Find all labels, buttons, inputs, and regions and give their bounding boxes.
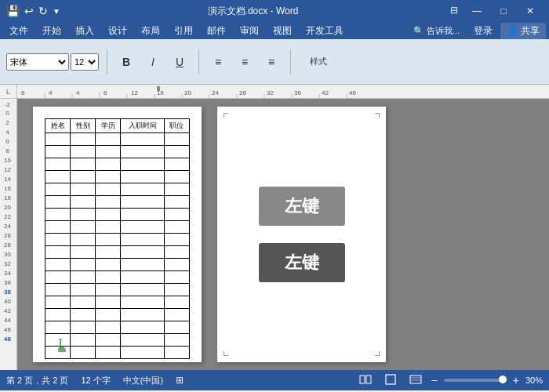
ruler-svg: 8 4 4 8 12 16 20 24 28 32 36 [17,85,549,99]
title-bar-left: 💾 ↩ ↻ ▼ [6,5,60,17]
vruler-mark: 48 [0,334,16,343]
table-row [45,284,190,296]
menu-references[interactable]: 引用 [168,23,199,39]
leftkey-area: 左键 左键 [259,179,345,290]
table-row [45,183,190,196]
zoom-level: 30% [525,376,543,385]
page-view-btn[interactable] [381,372,400,389]
vruler-mark: 12 [0,165,16,174]
table-row [45,259,190,271]
menu-review[interactable]: 审阅 [234,23,265,39]
vertical-ruler[interactable]: -2 0 2 4 6 8 10 12 14 16 18 20 22 24 26 … [0,99,17,370]
font-size-select[interactable]: 12 [71,53,99,71]
svg-text:32: 32 [267,89,274,96]
title-bar-controls: ⊟ — □ ✕ [445,3,543,19]
person-icon: 👤 [507,25,518,36]
svg-rect-29 [366,376,371,383]
toolbar-sep-3 [290,49,291,74]
menu-dev[interactable]: 开发工具 [300,23,350,39]
document-table: 姓名 性别 学历 入职时间 职位 [45,118,190,359]
svg-text:24: 24 [212,89,219,96]
vruler-mark: 46 [0,325,16,334]
align-right-button[interactable]: ≡ [260,51,282,73]
toolbar: 宋体 12 B I U ≡ ≡ ≡ 样式 [0,39,549,85]
page-1: 姓名 性别 学历 入职时间 职位 [33,107,202,362]
page-view-icon [384,374,397,385]
zoom-plus[interactable]: + [513,374,519,387]
menu-layout[interactable]: 布局 [135,23,166,39]
table-header-position: 职位 [164,119,189,133]
minimize-button[interactable]: — [464,3,489,19]
underline-button[interactable]: U [169,51,191,73]
title-center: 演示文档.docx - Word [60,5,445,18]
table-row [45,158,190,171]
menu-file[interactable]: 文件 [3,23,35,39]
menu-mail[interactable]: 邮件 [201,23,232,39]
zoom-minus[interactable]: − [431,374,438,387]
align-center-button[interactable]: ≡ [234,51,256,73]
status-bar: 第 2 页，共 2 页 12 个字 中文(中国) ⊞ − + 30% [0,370,549,390]
cursor-svg: I [55,335,69,352]
print-view-btn[interactable] [356,372,375,389]
table-row [45,246,190,259]
table-header-gender: 性别 [71,119,96,133]
corner-tr [375,113,380,118]
vruler-mark: 44 [0,315,16,325]
toolbar-sep-2 [198,49,199,74]
bold-button[interactable]: B [115,51,137,73]
page-2: 左键 左键 [217,107,386,362]
svg-text:36: 36 [294,89,301,96]
table-header-education: 学历 [96,119,121,133]
more-icon[interactable]: ▼ [53,7,60,16]
web-view-icon [409,374,422,385]
italic-button[interactable]: I [142,51,164,73]
align-left-button[interactable]: ≡ [207,51,229,73]
styles-button[interactable]: 样式 [299,51,338,73]
vruler-mark: 4 [0,127,16,136]
vruler-mark: 22 [0,212,16,221]
corner-bl [224,351,228,356]
vruler-mark: 40 [0,296,16,306]
menu-bar: 文件 开始 插入 设计 布局 引用 邮件 审阅 视图 开发工具 🔍 告诉我...… [0,22,549,39]
redo-icon[interactable]: ↻ [38,5,48,17]
vruler-mark: 14 [0,174,16,183]
title-bar: 💾 ↩ ↻ ▼ 演示文档.docx - Word ⊟ — □ ✕ [0,0,549,22]
zoom-slider[interactable] [444,379,507,382]
tell-me[interactable]: 🔍 告诉我... [407,24,466,38]
table-row [45,146,190,158]
font-family-select[interactable]: 宋体 [6,53,69,71]
page-info: 第 2 页，共 2 页 [6,375,68,387]
ruler-corner-label: L [6,88,10,96]
vruler-mark: 32 [0,259,16,268]
undo-icon[interactable]: ↩ [24,5,34,17]
leftkey-button-2[interactable]: 左键 [259,243,345,282]
collapse-icon[interactable]: ⊟ [445,3,463,19]
menu-home[interactable]: 开始 [36,23,67,39]
table-row [45,221,190,234]
table-header-joindate: 入职时间 [121,119,164,133]
font-group: 宋体 12 [6,53,99,71]
doc-area[interactable]: 姓名 性别 学历 入职时间 职位 [17,99,549,370]
status-icon-1[interactable]: ⊞ [176,375,184,386]
menu-view[interactable]: 视图 [267,23,298,39]
vruler-mark: 34 [0,268,16,278]
restore-button[interactable]: □ [491,3,516,19]
ruler-corner[interactable]: L [0,85,17,99]
svg-rect-28 [360,376,365,383]
login-btn[interactable]: 登录 [467,23,499,39]
close-button[interactable]: ✕ [518,3,543,19]
table-row [45,234,190,246]
horizontal-ruler[interactable]: 8 4 4 8 12 16 20 24 28 32 36 [17,85,549,99]
save-icon[interactable]: 💾 [6,5,20,17]
corner-br [375,351,380,356]
vruler-mark: 10 [0,155,16,165]
table-row [45,133,190,146]
leftkey-button-1[interactable]: 左键 [259,187,345,226]
web-view-btn[interactable] [406,372,425,389]
table-row [45,209,190,221]
share-btn[interactable]: 👤 共享 [500,23,546,39]
menu-insert[interactable]: 插入 [69,23,100,39]
table-row [45,271,190,284]
menu-design[interactable]: 设计 [102,23,133,39]
ruler-row: L 8 4 4 8 12 16 20 24 28 [0,85,549,99]
